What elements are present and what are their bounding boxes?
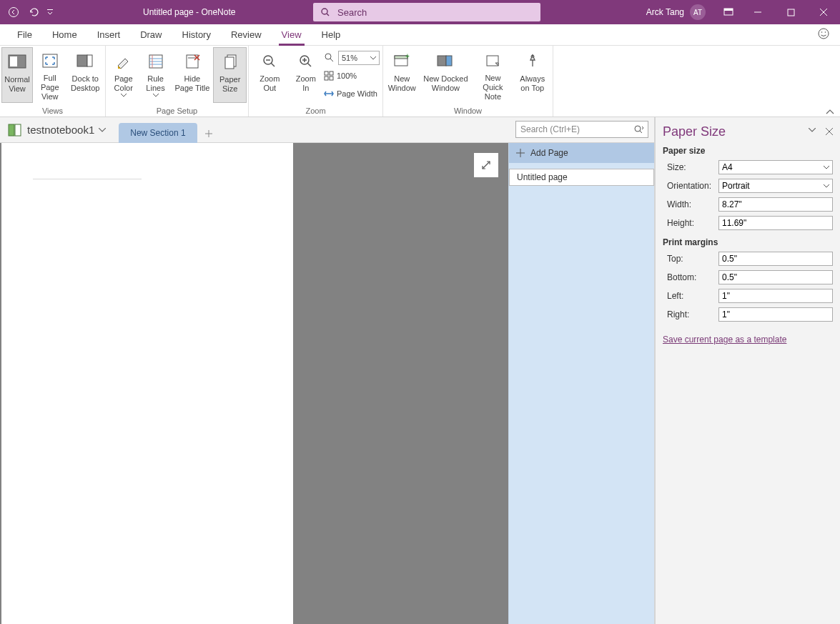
margin-bottom-value: 0.5" bbox=[722, 272, 737, 282]
svg-rect-50 bbox=[9, 124, 14, 136]
add-page-button[interactable]: Add Page bbox=[509, 143, 654, 163]
page-search-box[interactable]: Search (Ctrl+E) bbox=[515, 121, 648, 138]
new-quick-note-button[interactable]: New Quick Note bbox=[472, 47, 513, 103]
zoom-in-label: Zoom In bbox=[292, 74, 320, 93]
full-page-toggle[interactable] bbox=[474, 153, 498, 177]
qat-customize[interactable] bbox=[44, 2, 56, 22]
maximize-button[interactable] bbox=[774, 0, 807, 24]
notebook-icon[interactable] bbox=[7, 123, 23, 137]
new-window-button[interactable]: + New Window bbox=[385, 47, 419, 103]
hide-page-title-button[interactable]: Hide Page Title bbox=[172, 47, 214, 103]
height-value: 11.69" bbox=[722, 218, 746, 228]
always-on-top-label: Always on Top bbox=[516, 74, 548, 93]
menu-review[interactable]: Review bbox=[221, 24, 272, 46]
pane-close-button[interactable] bbox=[826, 128, 833, 135]
zoom-out-button[interactable]: Zoom Out bbox=[250, 47, 290, 103]
zoom-in-button[interactable]: Zoom In bbox=[290, 47, 322, 103]
page-width-button[interactable]: Page Width bbox=[324, 86, 380, 101]
svg-rect-51 bbox=[15, 124, 21, 136]
user-avatar[interactable]: AT bbox=[690, 4, 706, 20]
zoom-value-input[interactable]: 51% bbox=[338, 51, 380, 65]
margin-right-label: Right: bbox=[663, 309, 718, 320]
rule-lines-button[interactable]: Rule Lines bbox=[140, 47, 172, 103]
rule-lines-label: Rule Lines bbox=[143, 74, 169, 93]
menu-help[interactable]: Help bbox=[312, 24, 351, 46]
section-tab[interactable]: New Section 1 bbox=[119, 123, 197, 143]
margin-left-value: 1" bbox=[722, 291, 730, 301]
page-canvas[interactable] bbox=[1, 143, 293, 624]
width-value: 8.27" bbox=[722, 199, 742, 209]
search-icon bbox=[633, 124, 643, 134]
svg-point-10 bbox=[819, 29, 829, 39]
page-color-button[interactable]: Page Color bbox=[107, 47, 140, 103]
svg-line-55 bbox=[640, 131, 642, 133]
svg-point-2 bbox=[322, 9, 327, 14]
margin-bottom-input[interactable]: 0.5" bbox=[718, 270, 833, 284]
margin-left-input[interactable]: 1" bbox=[718, 289, 833, 303]
full-page-view-label: Full Page View bbox=[36, 74, 64, 101]
zoom-value-text: 51% bbox=[342, 54, 357, 62]
width-input[interactable]: 8.27" bbox=[718, 197, 833, 212]
svg-rect-16 bbox=[77, 55, 87, 66]
save-as-template-link[interactable]: Save current page as a template bbox=[663, 335, 833, 345]
new-docked-window-button[interactable]: New Docked Window bbox=[419, 47, 472, 103]
collapse-ribbon-button[interactable] bbox=[826, 109, 834, 115]
normal-view-button[interactable]: Normal View bbox=[1, 47, 33, 103]
user-name[interactable]: Arck Tang bbox=[646, 7, 684, 17]
notebook-bar: testnotebook1 New Section 1 Search (Ctrl… bbox=[0, 117, 654, 143]
svg-rect-41 bbox=[330, 76, 333, 80]
minimize-button[interactable] bbox=[741, 0, 774, 24]
page-width-icon bbox=[324, 89, 334, 98]
svg-line-56 bbox=[483, 162, 490, 169]
add-section-button[interactable] bbox=[199, 124, 219, 143]
svg-point-36 bbox=[325, 54, 331, 59]
paper-size-button[interactable]: Paper Size bbox=[213, 47, 247, 103]
margin-top-input[interactable]: 0.5" bbox=[718, 252, 833, 266]
svg-rect-7 bbox=[788, 9, 794, 16]
window-title: Untitled page - OneNote bbox=[143, 7, 235, 17]
menu-draw[interactable]: Draw bbox=[130, 24, 172, 46]
add-page-label: Add Page bbox=[530, 148, 568, 158]
always-on-top-button[interactable]: Always on Top bbox=[513, 47, 551, 103]
margin-right-value: 1" bbox=[722, 309, 730, 320]
margin-right-input[interactable]: 1" bbox=[718, 307, 833, 322]
size-label: Size: bbox=[663, 162, 718, 172]
paper-size-pane: Paper Size Paper size Size: A4 Orientati… bbox=[655, 117, 840, 624]
svg-rect-38 bbox=[325, 71, 328, 75]
search-placeholder: Search bbox=[337, 7, 367, 18]
feedback-icon[interactable] bbox=[817, 27, 830, 40]
close-button[interactable] bbox=[807, 0, 840, 24]
svg-rect-15 bbox=[43, 54, 57, 67]
search-box[interactable]: Search bbox=[313, 3, 540, 21]
magnifier-icon bbox=[324, 52, 335, 64]
ribbon-display-options[interactable] bbox=[716, 0, 741, 24]
dock-to-desktop-button[interactable]: Dock to Desktop bbox=[66, 47, 104, 103]
size-value: A4 bbox=[722, 162, 733, 172]
svg-rect-40 bbox=[325, 76, 328, 80]
margin-top-label: Top: bbox=[663, 254, 718, 264]
height-input[interactable]: 11.69" bbox=[718, 216, 833, 230]
menu-home[interactable]: Home bbox=[42, 24, 87, 46]
page-title-underline bbox=[33, 179, 142, 179]
svg-rect-47 bbox=[446, 56, 452, 66]
notebook-dropdown[interactable] bbox=[99, 128, 106, 132]
menu-view[interactable]: View bbox=[272, 24, 312, 46]
orientation-select[interactable]: Portrait bbox=[718, 179, 833, 193]
size-select[interactable]: A4 bbox=[718, 160, 833, 174]
svg-line-3 bbox=[327, 14, 329, 16]
window-group-label: Window bbox=[454, 105, 482, 117]
pane-options-button[interactable] bbox=[809, 128, 816, 135]
svg-point-0 bbox=[9, 8, 19, 17]
menu-insert[interactable]: Insert bbox=[87, 24, 131, 46]
page-search-placeholder: Search (Ctrl+E) bbox=[520, 124, 580, 134]
notebook-name[interactable]: testnotebook1 bbox=[27, 124, 94, 136]
page-list-item[interactable]: Untitled page bbox=[509, 169, 654, 186]
menu-file[interactable]: File bbox=[7, 24, 42, 46]
menu-history[interactable]: History bbox=[172, 24, 221, 46]
undo-button[interactable] bbox=[24, 2, 43, 22]
full-page-view-button[interactable]: Full Page View bbox=[33, 47, 66, 103]
zoom-100-button[interactable]: 100% bbox=[324, 68, 380, 84]
search-icon bbox=[320, 7, 330, 17]
back-button[interactable] bbox=[4, 2, 23, 22]
chevron-down-icon bbox=[824, 166, 829, 169]
